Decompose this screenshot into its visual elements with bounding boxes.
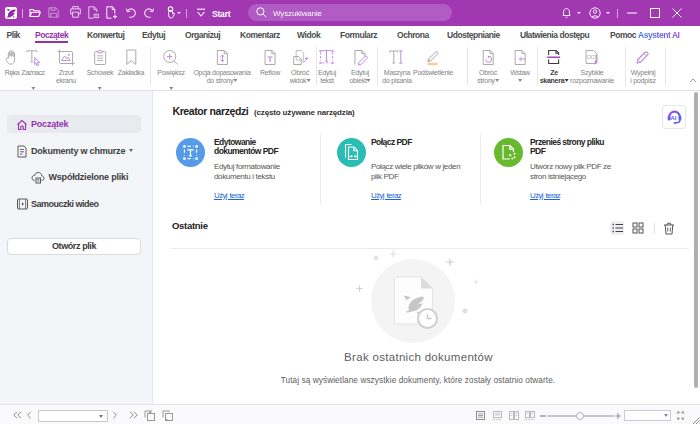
- svg-text:OCR: OCR: [587, 54, 599, 60]
- svg-text:AI: AI: [670, 115, 676, 121]
